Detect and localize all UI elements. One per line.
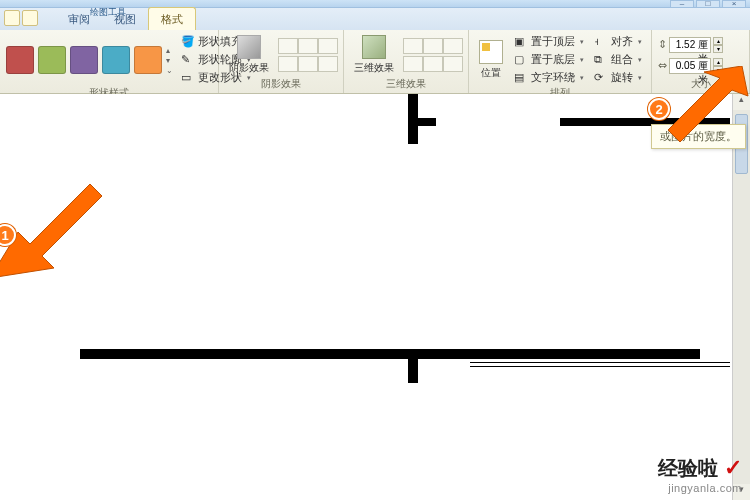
style-swatch[interactable] <box>6 46 34 74</box>
align-button[interactable]: ⫞对齐▾ <box>591 33 645 50</box>
style-swatch[interactable] <box>70 46 98 74</box>
shadow-nudge[interactable] <box>318 56 338 72</box>
shapes-icon: ▭ <box>181 71 195 85</box>
height-spinner[interactable]: ▴▾ <box>713 37 723 53</box>
shadow-nudge[interactable] <box>278 38 298 54</box>
front-icon: ▣ <box>514 35 528 49</box>
style-gallery[interactable] <box>6 46 162 74</box>
group-icon: ⧉ <box>594 53 608 67</box>
tab-format[interactable]: 格式 <box>148 7 196 30</box>
annotation-arrow-1 <box>0 160 110 280</box>
style-swatch[interactable] <box>102 46 130 74</box>
watermark: 经验啦 ✓ jingyanla.com <box>658 455 742 494</box>
group-3d: 三维效果 三维效果 <box>344 30 469 93</box>
shadow-nudge[interactable] <box>318 38 338 54</box>
group-label: 阴影效果 <box>225 77 337 93</box>
back-icon: ▢ <box>514 53 528 67</box>
ribbon: ▴▾⌄ 🪣形状填充▾ ✎形状轮廓▾ ▭更改形状▾ 形状样式 阴影效果 <box>0 30 750 94</box>
align-icon: ⫞ <box>594 35 608 49</box>
send-back-button[interactable]: ▢置于底层▾ <box>511 51 587 68</box>
group-shadow: 阴影效果 阴影效果 <box>219 30 344 93</box>
maximize-button[interactable]: □ <box>696 0 720 8</box>
bring-front-button[interactable]: ▣置于顶层▾ <box>511 33 587 50</box>
3d-tilt[interactable] <box>403 38 423 54</box>
position-button[interactable]: 位置 <box>475 38 507 82</box>
pencil-icon: ✎ <box>181 53 195 67</box>
cube-icon <box>362 35 386 59</box>
group-label: 三维效果 <box>350 77 462 93</box>
3d-tilt[interactable] <box>443 38 463 54</box>
contextual-tab-title: 绘图工具 <box>90 6 126 19</box>
shadow-nudge[interactable] <box>278 56 298 72</box>
group-button[interactable]: ⧉组合▾ <box>591 51 645 68</box>
shadow-nudge[interactable] <box>298 56 318 72</box>
rotate-icon: ⟳ <box>594 71 608 85</box>
text-wrap-button[interactable]: ▤文字环绕▾ <box>511 69 587 86</box>
3d-tilt[interactable] <box>403 56 423 72</box>
height-input[interactable]: 1.52 厘米 <box>669 37 711 53</box>
shadow-effect-button[interactable]: 阴影效果 <box>225 33 273 77</box>
wrap-icon: ▤ <box>514 71 528 85</box>
height-icon: ⇕ <box>658 38 667 51</box>
style-swatch[interactable] <box>134 46 162 74</box>
svg-marker-1 <box>668 66 748 142</box>
document-canvas[interactable] <box>0 94 730 500</box>
3d-tilt[interactable] <box>423 56 443 72</box>
check-icon: ✓ <box>724 455 742 480</box>
minimize-button[interactable]: – <box>670 0 694 8</box>
rotate-button[interactable]: ⟳旋转▾ <box>591 69 645 86</box>
position-icon <box>479 40 503 64</box>
3d-tilt[interactable] <box>423 38 443 54</box>
quick-access-toolbar <box>4 10 38 26</box>
group-arrange: 位置 ▣置于顶层▾ ▢置于底层▾ ▤文字环绕▾ ⫞对齐▾ ⧉组合▾ ⟳旋转▾ 排… <box>469 30 652 93</box>
shadow-icon <box>237 35 261 59</box>
bucket-icon: 🪣 <box>181 35 195 49</box>
qat-button[interactable] <box>4 10 20 26</box>
style-swatch[interactable] <box>38 46 66 74</box>
group-shape-styles: ▴▾⌄ 🪣形状填充▾ ✎形状轮廓▾ ▭更改形状▾ 形状样式 <box>0 30 219 93</box>
window-controls: – □ × <box>670 0 746 8</box>
shadow-nudge[interactable] <box>298 38 318 54</box>
qat-button[interactable] <box>22 10 38 26</box>
tab-bar: 绘图工具 审阅 视图 格式 <box>0 8 750 30</box>
3d-effect-button[interactable]: 三维效果 <box>350 33 398 77</box>
gallery-more[interactable]: ▴▾⌄ <box>166 40 174 80</box>
callout-2: 2 <box>648 98 670 120</box>
close-button[interactable]: × <box>722 0 746 8</box>
3d-tilt[interactable] <box>443 56 463 72</box>
